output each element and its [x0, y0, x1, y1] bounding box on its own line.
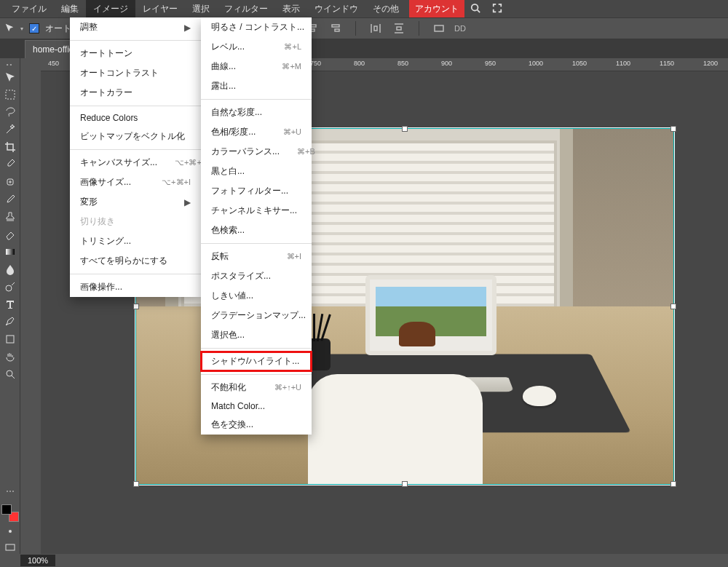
- align-right-icon[interactable]: [328, 20, 344, 36]
- stamp-tool[interactable]: [1, 208, 19, 226]
- distribute-h-icon[interactable]: [368, 20, 384, 36]
- transform-handle[interactable]: [402, 126, 408, 132]
- menu-item[interactable]: トリミング...: [70, 231, 201, 251]
- lasso-tool[interactable]: [1, 103, 19, 121]
- type-tool[interactable]: [1, 296, 19, 313]
- dodge-tool[interactable]: [1, 278, 19, 296]
- menu-item[interactable]: 曲線...⌘+M: [201, 57, 312, 76]
- menu-window[interactable]: ウインドウ: [307, 0, 365, 18]
- move-tool[interactable]: [1, 68, 19, 86]
- menu-adjustments-submenu: 明るさ / コントラスト...レベル...⌘+L曲線...⌘+M露出...自然な…: [201, 17, 312, 435]
- pen-tool[interactable]: [1, 313, 19, 330]
- color-swatches[interactable]: [1, 504, 19, 522]
- menu-item[interactable]: しきい値...: [201, 286, 312, 306]
- heal-tool[interactable]: [1, 173, 19, 191]
- eraser-tool[interactable]: [1, 226, 19, 243]
- menu-file[interactable]: ファイル: [4, 0, 54, 18]
- distribute-v-icon[interactable]: [391, 20, 407, 36]
- ruler-label: 1000: [529, 60, 543, 67]
- svg-rect-7: [335, 29, 339, 31]
- ruler-label: 1050: [572, 60, 587, 67]
- menu-edit[interactable]: 編集: [54, 0, 86, 18]
- menu-filter[interactable]: フィルター: [217, 0, 275, 18]
- more-tools-icon[interactable]: ⋯: [1, 483, 19, 500]
- menu-item[interactable]: 画像操作...: [70, 277, 201, 297]
- transform-handle[interactable]: [670, 126, 676, 132]
- menu-item[interactable]: フォトフィルター...: [201, 181, 312, 201]
- auto-select-checkbox[interactable]: ✓: [29, 23, 39, 33]
- transform-handle[interactable]: [133, 304, 139, 309]
- transform-handle[interactable]: [133, 481, 139, 487]
- screen-mode-toggle[interactable]: [1, 541, 19, 554]
- svg-rect-21: [6, 544, 15, 550]
- svg-point-20: [7, 370, 12, 376]
- menu-item[interactable]: 色を交換...: [201, 415, 312, 435]
- menu-item[interactable]: 色検索...: [201, 221, 312, 240]
- menu-other[interactable]: その他: [365, 0, 406, 18]
- ruler-label: 750: [310, 60, 321, 67]
- menu-view[interactable]: 表示: [275, 0, 307, 18]
- menu-layer[interactable]: レイヤー: [135, 0, 185, 18]
- vertical-ruler: [20, 58, 41, 554]
- search-icon[interactable]: [464, 0, 486, 18]
- menu-item[interactable]: レベル...⌘+L: [201, 37, 312, 57]
- menu-item[interactable]: キャンバスサイズ...⌥+⌘+C: [70, 153, 201, 173]
- menu-select[interactable]: 選択: [185, 0, 217, 18]
- menu-image[interactable]: イメージ: [86, 0, 135, 18]
- menu-item[interactable]: ポスタライズ...: [201, 266, 312, 286]
- toolbox: •• ⋯: [0, 58, 20, 554]
- svg-rect-15: [6, 90, 15, 99]
- zoom-readout[interactable]: 100%: [20, 555, 55, 566]
- menu-item[interactable]: 反転⌘+I: [201, 247, 312, 266]
- quick-mask-toggle[interactable]: [1, 525, 19, 538]
- gradient-tool[interactable]: [1, 243, 19, 261]
- separator: [355, 21, 356, 36]
- svg-rect-17: [6, 249, 15, 255]
- crop-tool[interactable]: [1, 138, 19, 156]
- svg-line-1: [478, 9, 480, 12]
- move-tool-icon: [4, 23, 15, 35]
- eyedropper-tool[interactable]: [1, 156, 19, 173]
- menu-item[interactable]: カラーバランス...⌘+B: [201, 142, 312, 162]
- menu-item[interactable]: 露出...: [201, 76, 312, 96]
- fullscreen-icon[interactable]: [486, 0, 508, 18]
- zoom-tool[interactable]: [1, 365, 19, 383]
- menu-item-shadow-highlight[interactable]: シャドウ/ハイライト...: [201, 352, 312, 371]
- brush-tool[interactable]: [1, 191, 19, 208]
- menu-item[interactable]: すべてを明らかにする: [70, 251, 201, 271]
- panel-grip-icon[interactable]: ••: [3, 61, 17, 66]
- transform-handle[interactable]: [670, 481, 676, 487]
- menu-item[interactable]: 色相/彩度...⌘+U: [201, 122, 312, 142]
- menu-item[interactable]: オートトーン: [70, 44, 201, 63]
- ruler-label: 950: [485, 60, 496, 67]
- menu-item[interactable]: Reduce Colors: [70, 109, 201, 127]
- svg-rect-10: [374, 26, 377, 31]
- menubar: ファイル 編集 イメージ レイヤー 選択 フィルター 表示 ウインドウ その他 …: [0, 0, 728, 17]
- menu-item[interactable]: ビットマップをベクトル化: [70, 127, 201, 146]
- hand-tool[interactable]: [1, 348, 19, 365]
- tool-dropdown-icon[interactable]: ▾: [20, 25, 23, 32]
- shape-tool[interactable]: [1, 330, 19, 348]
- menu-item[interactable]: 選択色...: [201, 325, 312, 345]
- menu-item[interactable]: オートコントラスト: [70, 63, 201, 83]
- menu-item[interactable]: Match Color...: [201, 397, 312, 415]
- ruler-label: 850: [397, 60, 408, 67]
- transform-handle[interactable]: [670, 304, 676, 309]
- menu-item[interactable]: グラデーションマップ...: [201, 306, 312, 325]
- wand-tool[interactable]: [1, 121, 19, 138]
- menu-item[interactable]: 画像サイズ...⌥+⌘+I: [70, 173, 201, 192]
- rect-select-tool[interactable]: [1, 86, 19, 103]
- menu-item[interactable]: 変形▶: [70, 192, 201, 212]
- menu-item[interactable]: 自然な彩度...: [201, 103, 312, 122]
- menu-item[interactable]: 調整▶: [70, 17, 201, 37]
- blur-tool[interactable]: [1, 261, 19, 278]
- menu-item[interactable]: 不飽和化⌘+↑+U: [201, 378, 312, 397]
- menu-item[interactable]: チャンネルミキサー...: [201, 201, 312, 221]
- dimensions-icon[interactable]: [431, 20, 447, 36]
- transform-handle[interactable]: [402, 481, 408, 487]
- menu-item[interactable]: オートカラー: [70, 83, 201, 103]
- menu-account[interactable]: アカウント: [409, 0, 464, 18]
- menu-item[interactable]: 明るさ / コントラスト...: [201, 17, 312, 37]
- foreground-color-swatch[interactable]: [1, 504, 12, 515]
- menu-item[interactable]: 黒と白...: [201, 162, 312, 181]
